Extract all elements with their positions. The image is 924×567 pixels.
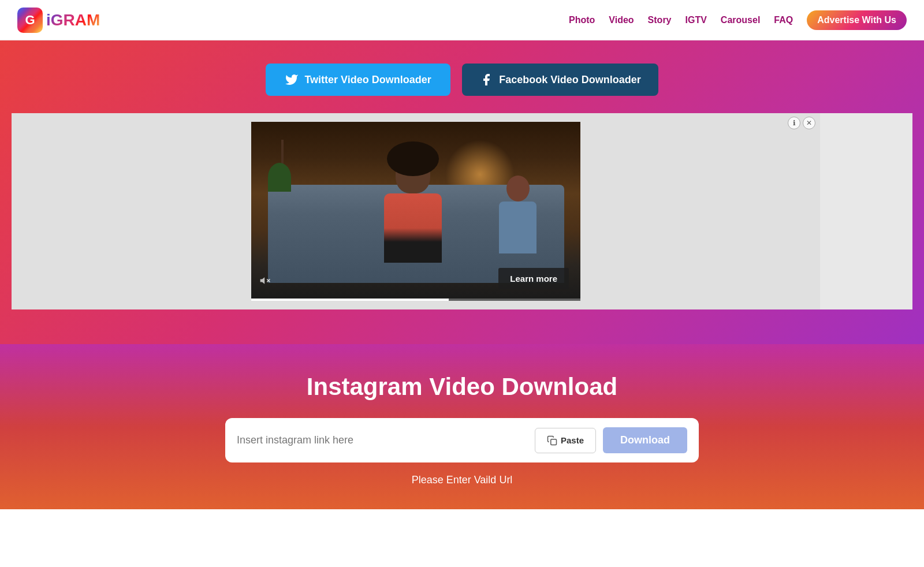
nav-photo[interactable]: Photo <box>569 15 595 25</box>
hair <box>387 141 439 176</box>
paste-button[interactable]: Paste <box>535 428 596 453</box>
nav-video[interactable]: Video <box>609 15 634 25</box>
header: G iGRAM Photo Video Story IGTV Carousel … <box>0 0 924 40</box>
person2 <box>495 176 541 256</box>
person1 <box>367 153 459 268</box>
person2-head <box>506 176 530 202</box>
twitter-icon <box>285 73 299 87</box>
video-progress-fill <box>251 299 449 301</box>
nav-igtv[interactable]: IGTV <box>685 15 707 25</box>
ad-banner-strip: ℹ ✕ <box>12 113 912 309</box>
nav-advertise[interactable]: Advertise With Us <box>807 10 907 30</box>
ad-close-button[interactable]: ✕ <box>803 117 815 129</box>
ad-banner: ℹ ✕ <box>12 113 820 309</box>
page-title: Instagram Video Download <box>307 373 617 401</box>
learn-more-button[interactable]: Learn more <box>498 268 569 289</box>
logo-icon: G <box>17 8 43 33</box>
leaves <box>268 163 291 192</box>
person1-body <box>384 193 442 263</box>
person1-head <box>396 153 430 193</box>
nav-faq[interactable]: FAQ <box>774 15 793 25</box>
error-message: Please Enter Vaild Url <box>412 474 513 486</box>
logo-text: iGRAM <box>46 11 100 29</box>
download-form: Paste Download <box>225 418 699 462</box>
twitter-downloader-button[interactable]: Twitter Video Downloader <box>266 64 450 96</box>
ad-info-button[interactable]: ℹ <box>788 117 800 129</box>
hero-section: Twitter Video Downloader Facebook Video … <box>0 40 924 344</box>
main-content: Instagram Video Download Paste Download … <box>0 344 924 509</box>
mute-icon[interactable] <box>259 275 271 289</box>
facebook-icon <box>479 73 493 87</box>
facebook-downloader-button[interactable]: Facebook Video Downloader <box>462 64 658 96</box>
paste-icon <box>547 435 557 446</box>
main-nav: Photo Video Story IGTV Carousel FAQ Adve… <box>569 10 907 30</box>
person2-body <box>499 202 536 253</box>
download-button[interactable]: Download <box>603 427 687 453</box>
nav-carousel[interactable]: Carousel <box>721 15 760 25</box>
logo-link[interactable]: G iGRAM <box>17 8 100 33</box>
top-buttons-row: Twitter Video Downloader Facebook Video … <box>266 64 658 96</box>
instagram-url-input[interactable] <box>237 434 528 446</box>
ad-video: Learn more <box>251 122 580 301</box>
plant <box>268 140 297 209</box>
ad-controls: ℹ ✕ <box>788 117 815 129</box>
nav-story[interactable]: Story <box>648 15 672 25</box>
svg-rect-2 <box>551 439 557 445</box>
video-progress-bar[interactable] <box>251 299 580 301</box>
